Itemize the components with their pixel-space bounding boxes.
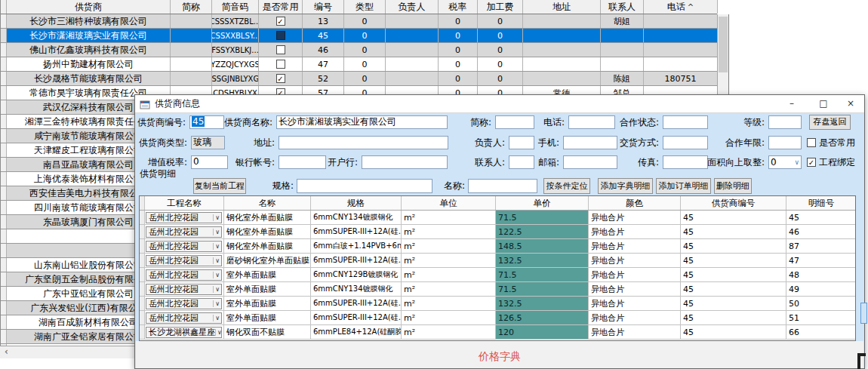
column-header[interactable]: 地址 (523, 0, 601, 14)
grid-cell[interactable]: 45 (786, 211, 856, 224)
grid-cell[interactable]: 异地合片 (589, 268, 681, 281)
bank_branch-field[interactable] (362, 155, 448, 169)
scrollbar-thumb[interactable] (719, 17, 728, 72)
grid-cell[interactable]: m² (402, 211, 496, 224)
grid-row[interactable]: 岳州北控花园∨室外单面贴膜6mmCNY129B镀膜钢化m²71.5异地合片454… (140, 268, 855, 282)
grid-cell[interactable]: 122.5 (496, 225, 589, 238)
grid-cell[interactable]: 异地合片 (589, 282, 681, 296)
grid-cell[interactable]: 异地合片 (589, 225, 681, 238)
table-row[interactable]: 长沙市潇湘玻璃实业有限公司CSSXXBLSY...45000 (1, 29, 717, 43)
grid-cell[interactable]: 126.5 (496, 311, 589, 324)
grid-cell[interactable]: m² (402, 225, 496, 238)
table-row[interactable]: 长沙市三湘特种玻璃有限公司CSSSXTZBL...✓13000胡姐 (1, 14, 717, 29)
grid-cell[interactable]: 钢化室外单面贴膜 (224, 239, 311, 253)
grid-cell[interactable]: m² (402, 325, 496, 339)
grid-column-header[interactable]: 工程名称 (145, 196, 224, 210)
locate-by-condition-button[interactable]: 按条件定位 (543, 178, 590, 194)
grid-cell[interactable]: m² (402, 282, 496, 296)
grid-cell[interactable]: 45 (681, 239, 786, 253)
address-field[interactable] (279, 136, 448, 149)
grid-cell[interactable]: 室外单面贴膜 (224, 311, 311, 324)
manager-field[interactable] (509, 136, 534, 149)
grid-cell[interactable]: 室外单面贴膜 (224, 268, 311, 281)
grid-cell[interactable]: 异地合片 (589, 311, 681, 324)
grid-cell[interactable]: 45 (681, 297, 786, 310)
area_round_up-field[interactable]: 0∨ (768, 155, 802, 169)
maximize-button[interactable]: □ (810, 95, 837, 112)
project-combo[interactable]: 岳州北控花园∨ (146, 212, 222, 223)
contact-field[interactable] (509, 155, 534, 169)
table-row[interactable]: 长沙晟格节能玻璃有限公司CSSGJNBLYXGS✓52000陈姐180751 (1, 72, 717, 86)
grid-cell[interactable]: 钢化室外单面贴膜 (224, 211, 311, 224)
grid-cell[interactable]: 87 (786, 239, 856, 253)
column-header[interactable]: 类型 (344, 0, 386, 14)
grid-cell[interactable]: 45 (681, 311, 786, 324)
grid-cell[interactable]: 岳州北控花园∨ (145, 282, 224, 296)
grid-cell[interactable]: 磨砂钢化室外单面贴膜 (224, 254, 311, 267)
grid-cell[interactable]: 6mmSUPER-III+12A(硅... (311, 297, 402, 310)
supplier_type-field[interactable]: 玻璃 (191, 136, 225, 149)
grid-row[interactable]: 岳州北控花园∨钢化室外单面贴膜6mmSUPER-III+12A(硅...m²12… (140, 225, 855, 239)
grid-cell[interactable]: 岳州北控花园∨ (145, 311, 224, 324)
grid-cell[interactable]: 6mmSUPER-III+12A(硅... (311, 225, 402, 238)
grid-column-header[interactable]: 名称 (224, 196, 311, 210)
table-row[interactable]: 扬州中勤建材有限公司YZZQJCYXGS47000 (1, 57, 717, 72)
grid-row[interactable]: 岳州北控花园∨室外单面贴膜6mmCNY134镀膜钢化m²71.5异地合片4549 (140, 282, 855, 297)
grid-cell[interactable]: 岳州北控花园∨ (145, 254, 224, 267)
grid-row[interactable]: 岳州北控花园∨钢化室外单面贴膜6mm白玻+1.14PVB+6mm...m²148… (140, 239, 855, 254)
column-header[interactable]: 电话^ (644, 0, 718, 14)
grid-column-header[interactable]: 明细号 (786, 196, 856, 210)
project-combo[interactable]: 岳州北控花园∨ (146, 269, 222, 281)
is_common-checkbox[interactable]: 是否常用 (807, 137, 855, 149)
grid-cell[interactable]: 钢化室外单面贴膜 (224, 225, 311, 238)
grid-cell[interactable]: 异地合片 (589, 297, 681, 310)
checkbox-unchecked[interactable] (276, 45, 285, 54)
checkbox-checked[interactable]: ✓ (276, 74, 285, 83)
save-return-button[interactable]: 存盘返回 (809, 115, 851, 130)
grid-column-header[interactable]: 规格 (311, 196, 402, 210)
spec-filter-input[interactable] (297, 179, 432, 193)
grid-cell[interactable]: 钢化双面不贴膜 (224, 325, 311, 339)
minimize-button[interactable]: – (778, 95, 805, 112)
grid-cell[interactable]: 岳州北控花园∨ (145, 225, 224, 238)
grid-column-header[interactable]: 颜色 (589, 196, 681, 210)
copy-current-project-button[interactable]: 复制当前工程 (193, 178, 246, 194)
grid-cell[interactable]: 45 (681, 282, 786, 296)
grid-cell[interactable]: 45 (681, 254, 786, 267)
grid-cell[interactable]: 室外单面贴膜 (224, 282, 311, 296)
grid-cell[interactable]: 6mmSUPER-III+12A(硅... (311, 311, 402, 324)
grid-cell[interactable]: 异地合片 (589, 211, 681, 224)
grid-cell[interactable]: 45 (681, 211, 786, 224)
project-combo[interactable]: 岳州北控花园∨ (146, 226, 222, 238)
project-combo[interactable]: 长沙龙湖祺鑫星座∨ (146, 327, 222, 338)
supplier_name-field[interactable]: 长沙市潇湘玻璃实业有限公司 (276, 115, 448, 129)
grid-cell[interactable]: 异地合片 (589, 239, 681, 253)
dialog-title-bar[interactable]: 供货商信息 – □ × (135, 95, 864, 113)
project-combo[interactable]: 岳州北控花园∨ (146, 298, 222, 309)
mobile-field[interactable] (563, 136, 617, 149)
grid-cell[interactable]: 45 (681, 268, 786, 281)
grid-cell[interactable]: 岳州北控花园∨ (145, 211, 224, 224)
grid-row[interactable]: 岳州北控花园∨室外单面贴膜6mmSUPER-III+12A(硅...m²132.… (140, 297, 855, 311)
project-combo[interactable]: 岳州北控花园∨ (146, 284, 222, 295)
supplier_no-field[interactable]: 45 (189, 115, 224, 129)
bank_account-field[interactable] (279, 155, 326, 169)
column-header[interactable]: 负责人 (386, 0, 439, 14)
grid-cell[interactable]: 异地合片 (589, 325, 681, 339)
project-combo[interactable]: 岳州北控花园∨ (146, 255, 222, 266)
grid-cell[interactable]: 71.5 (496, 282, 589, 296)
grid-cell[interactable]: 66 (786, 325, 856, 339)
name-filter-input[interactable] (468, 179, 537, 193)
grid-cell[interactable]: 50 (786, 297, 856, 310)
project-combo[interactable]: 岳州北控花园∨ (146, 312, 222, 324)
grid-cell[interactable]: 6mmSUPER-III+12A(硅... (311, 254, 402, 267)
grid-row[interactable]: 岳州北控花园∨磨砂钢化室外单面贴膜6mmSUPER-III+12A(硅...m²… (140, 254, 855, 268)
grid-cell[interactable]: 6mmCNY134镀膜钢化 (311, 211, 402, 224)
coop_years-field[interactable] (768, 136, 802, 149)
project-combo[interactable]: 岳州北控花园∨ (146, 241, 222, 252)
grid-cell[interactable]: 48 (786, 268, 856, 281)
column-header[interactable]: 联系人 (601, 0, 644, 14)
close-button[interactable]: × (837, 95, 864, 112)
grid-row[interactable]: 岳州北控花园∨钢化室外单面贴膜6mmCNY134镀膜钢化m²71.5异地合片45… (140, 211, 855, 225)
grid-cell[interactable]: 岳州北控花园∨ (145, 239, 224, 253)
